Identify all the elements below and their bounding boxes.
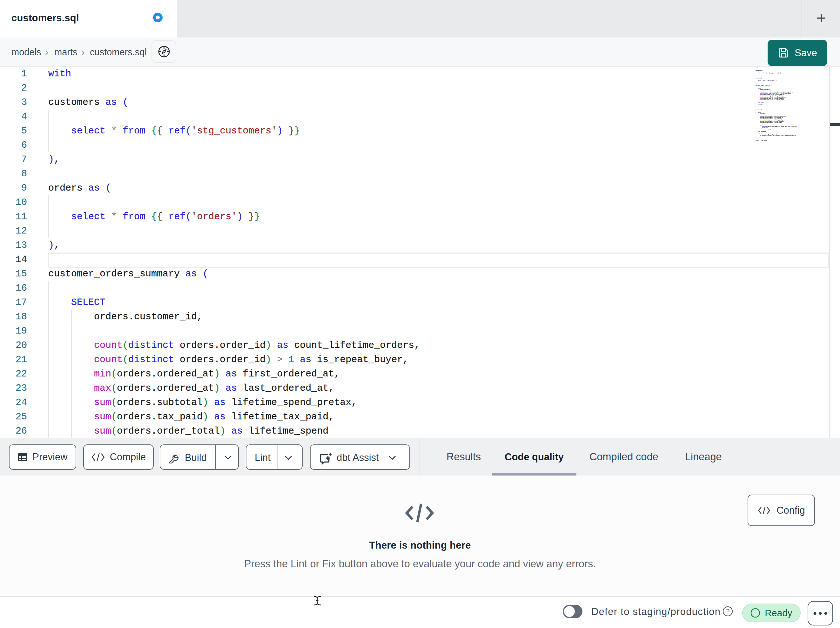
svg-text:?: ?	[726, 607, 729, 615]
